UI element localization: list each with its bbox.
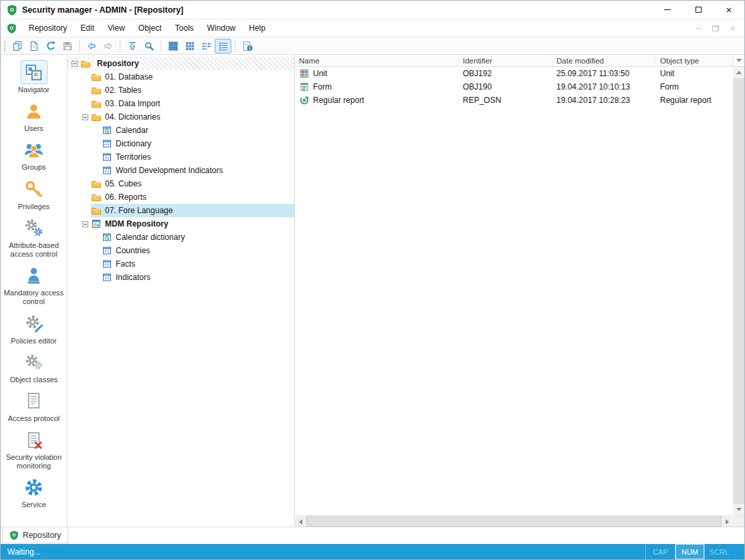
tree-item-repository[interactable]: Repository xyxy=(68,57,294,70)
maximize-button[interactable] xyxy=(683,1,714,19)
object-row-regular-report[interactable]: Regular report REP_OSN 19.04.2017 10:28:… xyxy=(295,94,733,107)
sidebar-item-users[interactable]: Users xyxy=(1,99,67,133)
mdi-minimize-icon[interactable] xyxy=(696,28,702,29)
arrow-left-icon xyxy=(299,519,302,525)
tree-item-calendar-dictionary[interactable]: Calendar dictionary xyxy=(68,231,294,244)
details-view-button[interactable] xyxy=(215,39,231,53)
tab-label: Repository xyxy=(23,531,61,540)
search-button[interactable] xyxy=(140,39,157,53)
collapse-icon[interactable] xyxy=(82,114,88,120)
vertical-scrollbar[interactable] xyxy=(733,67,744,515)
horizontal-scrollbar-thumb[interactable] xyxy=(306,516,722,527)
list-view-button[interactable] xyxy=(198,39,215,53)
column-dropdown-button[interactable] xyxy=(733,55,744,66)
collapse-icon[interactable] xyxy=(72,61,78,67)
object-row-form[interactable]: Form OBJ190 19.04.2017 10:10:13 Form xyxy=(295,80,733,94)
tree-item-04-dictionaries[interactable]: 04. Dictionaries xyxy=(68,110,294,124)
sidebar-item-service[interactable]: Service xyxy=(1,475,67,509)
sidebar-item-navigator[interactable]: Navigator xyxy=(1,60,67,94)
tree-item-label: Dictionary xyxy=(116,139,151,148)
tree-item-territories[interactable]: Territories xyxy=(68,150,294,164)
column-header-date-modified[interactable]: Date modified xyxy=(552,55,656,66)
tree-item-label: Calendar xyxy=(116,126,148,135)
column-header-name[interactable]: Name xyxy=(295,55,459,66)
menu-item-object[interactable]: Object xyxy=(132,19,169,37)
tree-item-calendar[interactable]: Calendar xyxy=(68,124,294,137)
object-info-button[interactable] xyxy=(239,39,255,53)
sidebar-item-security-violation-monitoring[interactable]: Security violation monitoring xyxy=(1,428,67,470)
sidebar: Navigator Users Groups Privileges xyxy=(1,55,68,527)
key-icon xyxy=(24,179,43,198)
save-button[interactable] xyxy=(59,39,76,53)
unit-icon xyxy=(299,68,310,79)
horizontal-scrollbar[interactable] xyxy=(295,515,744,527)
tree-item-mdm-repository[interactable]: MDM Repository xyxy=(68,217,294,231)
tree-item-facts[interactable]: Facts xyxy=(68,257,294,271)
scroll-down-button[interactable] xyxy=(733,504,744,515)
document-error-icon xyxy=(24,430,43,450)
object-type: Unit xyxy=(656,69,733,78)
tree-item-label: 03. Data Import xyxy=(105,99,161,108)
tree-item-world-development-indicators[interactable]: World Development Indicators xyxy=(68,164,294,177)
table-icon xyxy=(102,152,112,162)
menu-item-edit[interactable]: Edit xyxy=(74,19,101,37)
tree-item-03-data-import[interactable]: 03. Data Import xyxy=(68,97,294,110)
folder-icon xyxy=(91,112,102,122)
list-rows: Unit OBJ192 25.09.2017 11:03:50 Unit For… xyxy=(295,67,733,515)
folder-icon xyxy=(91,98,102,109)
sidebar-item-object-classes[interactable]: Object classes xyxy=(1,350,67,384)
scroll-left-button[interactable] xyxy=(295,516,306,527)
tree-item-label: 06. Reports xyxy=(105,192,146,202)
forward-button[interactable] xyxy=(100,39,116,53)
sidebar-item-mandatory-access-control[interactable]: Mandatory access control xyxy=(1,263,67,306)
tree-item-02-tables[interactable]: 02. Tables xyxy=(68,84,294,97)
minimize-icon xyxy=(664,9,671,10)
scroll-right-button[interactable] xyxy=(722,516,733,527)
small-icons-view-button[interactable] xyxy=(181,39,198,53)
sidebar-item-policies-editor[interactable]: Policies editor xyxy=(1,311,67,345)
copy-object-button[interactable] xyxy=(9,39,25,53)
new-object-button[interactable] xyxy=(25,39,42,53)
tab-repository[interactable]: Repository xyxy=(2,527,68,543)
vertical-scrollbar-thumb[interactable] xyxy=(733,78,744,504)
sidebar-item-label: Users xyxy=(22,124,45,133)
column-header-identifier[interactable]: Identifier xyxy=(459,55,552,66)
menu-item-repository[interactable]: Repository xyxy=(22,19,74,37)
sidebar-item-attribute-based-access-control[interactable]: Attribute-based access control xyxy=(1,216,67,259)
collapse-icon[interactable] xyxy=(82,221,88,227)
tree-item-07-fore-language[interactable]: 07. Fore Language xyxy=(68,204,294,217)
tree-item-dictionary[interactable]: Dictionary xyxy=(68,137,294,150)
menu-item-tools[interactable]: Tools xyxy=(169,19,201,37)
sidebar-item-label: Navigator xyxy=(16,86,51,94)
menu-item-view[interactable]: View xyxy=(101,19,132,37)
window-title: Security manager - ADMIN - [Repository] xyxy=(22,5,183,15)
tree-item-05-cubes[interactable]: 05. Cubes xyxy=(68,177,294,190)
menu-item-window[interactable]: Window xyxy=(201,19,243,37)
minimize-button[interactable] xyxy=(652,1,683,19)
toolbar-separator xyxy=(120,41,120,51)
go-to-top-button[interactable] xyxy=(124,39,140,53)
sidebar-item-label: Mandatory access control xyxy=(1,289,67,306)
large-icons-view-button[interactable] xyxy=(165,39,181,53)
menu-item-help[interactable]: Help xyxy=(242,19,272,37)
large-icons-icon xyxy=(168,41,179,51)
tree-item-countries[interactable]: Countries xyxy=(68,244,294,257)
tree-item-01-database[interactable]: 01. Database xyxy=(68,70,294,84)
object-row-unit[interactable]: Unit OBJ192 25.09.2017 11:03:50 Unit xyxy=(295,67,733,80)
back-button[interactable] xyxy=(83,39,100,53)
mdi-close-icon[interactable]: × xyxy=(730,24,735,33)
column-header-object-type[interactable]: Object type xyxy=(656,55,733,66)
refresh-button[interactable] xyxy=(42,39,59,53)
object-identifier: OBJ190 xyxy=(459,82,552,92)
sidebar-item-groups[interactable]: Groups xyxy=(1,138,67,172)
horizontal-scrollbar-track[interactable] xyxy=(306,516,722,527)
close-button[interactable]: × xyxy=(714,1,744,19)
system-menu-shield-icon[interactable] xyxy=(7,23,17,33)
tree-item-label: MDM Repository xyxy=(105,219,169,229)
sidebar-item-access-protocol[interactable]: Access protocol xyxy=(1,389,67,423)
tree-item-indicators[interactable]: Indicators xyxy=(68,271,294,284)
scroll-up-button[interactable] xyxy=(733,67,744,78)
sidebar-item-privileges[interactable]: Privileges xyxy=(1,177,67,211)
mdi-restore-icon[interactable] xyxy=(712,25,719,31)
tree-item-06-reports[interactable]: 06. Reports xyxy=(68,190,294,204)
